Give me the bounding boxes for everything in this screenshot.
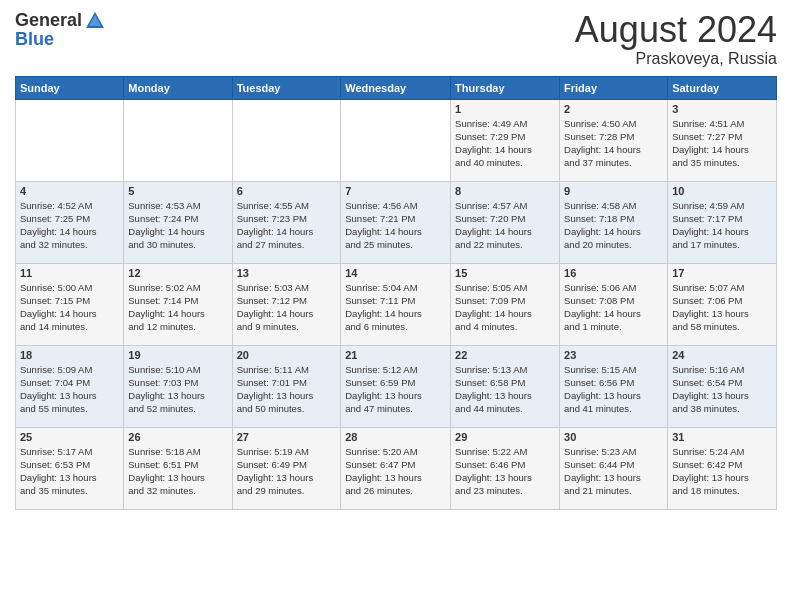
weekday-header-thursday: Thursday [451, 76, 560, 99]
calendar-cell: 26Sunrise: 5:18 AM Sunset: 6:51 PM Dayli… [124, 427, 232, 509]
day-detail: Sunrise: 5:16 AM Sunset: 6:54 PM Dayligh… [672, 363, 772, 416]
weekday-header-sunday: Sunday [16, 76, 124, 99]
calendar-cell: 19Sunrise: 5:10 AM Sunset: 7:03 PM Dayli… [124, 345, 232, 427]
day-detail: Sunrise: 4:57 AM Sunset: 7:20 PM Dayligh… [455, 199, 555, 252]
logo: General Blue [15, 10, 106, 50]
day-detail: Sunrise: 5:00 AM Sunset: 7:15 PM Dayligh… [20, 281, 119, 334]
day-number: 11 [20, 267, 119, 279]
calendar-cell: 6Sunrise: 4:55 AM Sunset: 7:23 PM Daylig… [232, 181, 341, 263]
day-number: 27 [237, 431, 337, 443]
calendar-cell: 9Sunrise: 4:58 AM Sunset: 7:18 PM Daylig… [560, 181, 668, 263]
page: General Blue August 2024 Praskoveya, Rus… [0, 0, 792, 612]
day-number: 28 [345, 431, 446, 443]
calendar-cell: 12Sunrise: 5:02 AM Sunset: 7:14 PM Dayli… [124, 263, 232, 345]
calendar-cell: 2Sunrise: 4:50 AM Sunset: 7:28 PM Daylig… [560, 99, 668, 181]
day-number: 24 [672, 349, 772, 361]
day-number: 2 [564, 103, 663, 115]
calendar-cell: 22Sunrise: 5:13 AM Sunset: 6:58 PM Dayli… [451, 345, 560, 427]
title-block: August 2024 Praskoveya, Russia [575, 10, 777, 68]
calendar-week-1: 1Sunrise: 4:49 AM Sunset: 7:29 PM Daylig… [16, 99, 777, 181]
day-number: 26 [128, 431, 227, 443]
day-detail: Sunrise: 5:07 AM Sunset: 7:06 PM Dayligh… [672, 281, 772, 334]
day-number: 29 [455, 431, 555, 443]
day-number: 9 [564, 185, 663, 197]
calendar-cell: 5Sunrise: 4:53 AM Sunset: 7:24 PM Daylig… [124, 181, 232, 263]
calendar-cell [16, 99, 124, 181]
calendar-cell: 25Sunrise: 5:17 AM Sunset: 6:53 PM Dayli… [16, 427, 124, 509]
logo-blue-text: Blue [15, 30, 106, 50]
day-detail: Sunrise: 5:13 AM Sunset: 6:58 PM Dayligh… [455, 363, 555, 416]
day-detail: Sunrise: 5:05 AM Sunset: 7:09 PM Dayligh… [455, 281, 555, 334]
header: General Blue August 2024 Praskoveya, Rus… [15, 10, 777, 68]
day-detail: Sunrise: 5:03 AM Sunset: 7:12 PM Dayligh… [237, 281, 337, 334]
day-detail: Sunrise: 5:02 AM Sunset: 7:14 PM Dayligh… [128, 281, 227, 334]
calendar-cell: 18Sunrise: 5:09 AM Sunset: 7:04 PM Dayli… [16, 345, 124, 427]
day-number: 1 [455, 103, 555, 115]
day-number: 23 [564, 349, 663, 361]
calendar-table: SundayMondayTuesdayWednesdayThursdayFrid… [15, 76, 777, 510]
month-year-title: August 2024 [575, 10, 777, 50]
weekday-header-monday: Monday [124, 76, 232, 99]
day-detail: Sunrise: 4:58 AM Sunset: 7:18 PM Dayligh… [564, 199, 663, 252]
calendar-cell: 7Sunrise: 4:56 AM Sunset: 7:21 PM Daylig… [341, 181, 451, 263]
calendar-cell: 14Sunrise: 5:04 AM Sunset: 7:11 PM Dayli… [341, 263, 451, 345]
day-detail: Sunrise: 5:18 AM Sunset: 6:51 PM Dayligh… [128, 445, 227, 498]
calendar-cell: 8Sunrise: 4:57 AM Sunset: 7:20 PM Daylig… [451, 181, 560, 263]
day-detail: Sunrise: 5:23 AM Sunset: 6:44 PM Dayligh… [564, 445, 663, 498]
day-detail: Sunrise: 4:55 AM Sunset: 7:23 PM Dayligh… [237, 199, 337, 252]
day-detail: Sunrise: 4:56 AM Sunset: 7:21 PM Dayligh… [345, 199, 446, 252]
day-detail: Sunrise: 5:17 AM Sunset: 6:53 PM Dayligh… [20, 445, 119, 498]
calendar-cell: 11Sunrise: 5:00 AM Sunset: 7:15 PM Dayli… [16, 263, 124, 345]
calendar-cell: 20Sunrise: 5:11 AM Sunset: 7:01 PM Dayli… [232, 345, 341, 427]
calendar-cell: 17Sunrise: 5:07 AM Sunset: 7:06 PM Dayli… [668, 263, 777, 345]
calendar-cell [232, 99, 341, 181]
day-number: 7 [345, 185, 446, 197]
day-number: 10 [672, 185, 772, 197]
day-detail: Sunrise: 4:50 AM Sunset: 7:28 PM Dayligh… [564, 117, 663, 170]
day-number: 13 [237, 267, 337, 279]
day-detail: Sunrise: 4:51 AM Sunset: 7:27 PM Dayligh… [672, 117, 772, 170]
calendar-week-4: 18Sunrise: 5:09 AM Sunset: 7:04 PM Dayli… [16, 345, 777, 427]
calendar-cell: 27Sunrise: 5:19 AM Sunset: 6:49 PM Dayli… [232, 427, 341, 509]
calendar-week-3: 11Sunrise: 5:00 AM Sunset: 7:15 PM Dayli… [16, 263, 777, 345]
day-detail: Sunrise: 4:52 AM Sunset: 7:25 PM Dayligh… [20, 199, 119, 252]
calendar-cell: 1Sunrise: 4:49 AM Sunset: 7:29 PM Daylig… [451, 99, 560, 181]
day-detail: Sunrise: 5:22 AM Sunset: 6:46 PM Dayligh… [455, 445, 555, 498]
weekday-header-wednesday: Wednesday [341, 76, 451, 99]
day-detail: Sunrise: 5:15 AM Sunset: 6:56 PM Dayligh… [564, 363, 663, 416]
day-number: 20 [237, 349, 337, 361]
weekday-header-tuesday: Tuesday [232, 76, 341, 99]
day-detail: Sunrise: 5:19 AM Sunset: 6:49 PM Dayligh… [237, 445, 337, 498]
calendar-cell: 28Sunrise: 5:20 AM Sunset: 6:47 PM Dayli… [341, 427, 451, 509]
day-detail: Sunrise: 5:12 AM Sunset: 6:59 PM Dayligh… [345, 363, 446, 416]
day-detail: Sunrise: 5:20 AM Sunset: 6:47 PM Dayligh… [345, 445, 446, 498]
calendar-cell: 10Sunrise: 4:59 AM Sunset: 7:17 PM Dayli… [668, 181, 777, 263]
calendar-cell: 13Sunrise: 5:03 AM Sunset: 7:12 PM Dayli… [232, 263, 341, 345]
calendar-cell: 3Sunrise: 4:51 AM Sunset: 7:27 PM Daylig… [668, 99, 777, 181]
calendar-cell: 21Sunrise: 5:12 AM Sunset: 6:59 PM Dayli… [341, 345, 451, 427]
calendar-cell: 4Sunrise: 4:52 AM Sunset: 7:25 PM Daylig… [16, 181, 124, 263]
calendar-cell [341, 99, 451, 181]
day-number: 22 [455, 349, 555, 361]
day-number: 3 [672, 103, 772, 115]
day-number: 16 [564, 267, 663, 279]
day-detail: Sunrise: 5:11 AM Sunset: 7:01 PM Dayligh… [237, 363, 337, 416]
calendar-cell: 15Sunrise: 5:05 AM Sunset: 7:09 PM Dayli… [451, 263, 560, 345]
logo-icon [84, 10, 106, 32]
weekday-header-friday: Friday [560, 76, 668, 99]
day-number: 25 [20, 431, 119, 443]
day-detail: Sunrise: 5:24 AM Sunset: 6:42 PM Dayligh… [672, 445, 772, 498]
location-subtitle: Praskoveya, Russia [575, 50, 777, 68]
day-number: 19 [128, 349, 227, 361]
weekday-header-row: SundayMondayTuesdayWednesdayThursdayFrid… [16, 76, 777, 99]
day-detail: Sunrise: 5:09 AM Sunset: 7:04 PM Dayligh… [20, 363, 119, 416]
day-detail: Sunrise: 5:04 AM Sunset: 7:11 PM Dayligh… [345, 281, 446, 334]
day-number: 15 [455, 267, 555, 279]
calendar-cell: 23Sunrise: 5:15 AM Sunset: 6:56 PM Dayli… [560, 345, 668, 427]
calendar-cell: 31Sunrise: 5:24 AM Sunset: 6:42 PM Dayli… [668, 427, 777, 509]
day-number: 4 [20, 185, 119, 197]
calendar-week-2: 4Sunrise: 4:52 AM Sunset: 7:25 PM Daylig… [16, 181, 777, 263]
calendar-cell: 29Sunrise: 5:22 AM Sunset: 6:46 PM Dayli… [451, 427, 560, 509]
day-number: 21 [345, 349, 446, 361]
day-number: 30 [564, 431, 663, 443]
